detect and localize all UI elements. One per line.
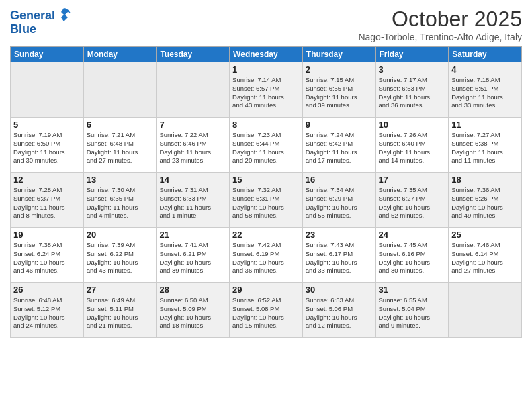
- day-info: Sunrise: 7:17 AMSunset: 6:53 PMDaylight:…: [379, 76, 446, 110]
- day-info: Sunrise: 7:28 AMSunset: 6:37 PMDaylight:…: [13, 186, 81, 220]
- table-row: 12Sunrise: 7:28 AMSunset: 6:37 PMDayligh…: [11, 173, 84, 228]
- day-info: Sunrise: 7:42 AMSunset: 6:19 PMDaylight:…: [232, 241, 300, 275]
- table-row: 18Sunrise: 7:36 AMSunset: 6:26 PMDayligh…: [449, 173, 522, 228]
- day-number: 21: [159, 230, 226, 240]
- day-info: Sunrise: 7:45 AMSunset: 6:16 PMDaylight:…: [379, 241, 446, 275]
- table-row: 31Sunrise: 6:55 AMSunset: 5:04 PMDayligh…: [375, 283, 449, 338]
- day-number: 16: [306, 175, 373, 185]
- table-row: 8Sunrise: 7:23 AMSunset: 6:44 PMDaylight…: [230, 118, 303, 173]
- day-number: 14: [159, 175, 226, 185]
- table-row: 19Sunrise: 7:38 AMSunset: 6:24 PMDayligh…: [11, 228, 84, 283]
- day-number: 13: [87, 175, 154, 185]
- day-number: 9: [306, 120, 373, 130]
- table-row: 25Sunrise: 7:46 AMSunset: 6:14 PMDayligh…: [449, 228, 522, 283]
- calendar-week-row: 5Sunrise: 7:19 AMSunset: 6:50 PMDaylight…: [11, 118, 522, 173]
- day-info: Sunrise: 7:22 AMSunset: 6:46 PMDaylight:…: [159, 131, 226, 165]
- logo: General Blue: [10, 9, 72, 36]
- table-row: 15Sunrise: 7:32 AMSunset: 6:31 PMDayligh…: [230, 173, 303, 228]
- day-number: 26: [13, 285, 81, 295]
- table-row: 29Sunrise: 6:52 AMSunset: 5:08 PMDayligh…: [230, 283, 303, 338]
- day-info: Sunrise: 7:27 AMSunset: 6:38 PMDaylight:…: [451, 131, 519, 165]
- day-info: Sunrise: 6:48 AMSunset: 5:12 PMDaylight:…: [13, 296, 81, 330]
- col-sunday: Sunday: [11, 47, 84, 62]
- table-row: 23Sunrise: 7:43 AMSunset: 6:17 PMDayligh…: [302, 228, 375, 283]
- day-number: 28: [159, 285, 226, 295]
- day-number: 27: [87, 285, 154, 295]
- day-info: Sunrise: 7:14 AMSunset: 6:57 PMDaylight:…: [232, 76, 300, 110]
- day-number: 19: [13, 230, 81, 240]
- logo-text-blue: Blue: [10, 22, 36, 36]
- table-row: [11, 62, 84, 118]
- day-number: 7: [159, 120, 226, 130]
- calendar-week-row: 26Sunrise: 6:48 AMSunset: 5:12 PMDayligh…: [11, 283, 522, 338]
- page-container: General Blue October 2025 Nago-Torbole, …: [0, 0, 532, 411]
- day-info: Sunrise: 7:21 AMSunset: 6:48 PMDaylight:…: [87, 131, 154, 165]
- title-block: October 2025 Nago-Torbole, Trentino-Alto…: [358, 7, 522, 42]
- col-saturday: Saturday: [449, 47, 522, 62]
- day-number: 18: [451, 175, 519, 185]
- day-number: 25: [451, 230, 519, 240]
- table-row: 7Sunrise: 7:22 AMSunset: 6:46 PMDaylight…: [157, 118, 230, 173]
- day-info: Sunrise: 6:52 AMSunset: 5:08 PMDaylight:…: [232, 296, 300, 330]
- day-number: 6: [87, 120, 154, 130]
- day-number: 22: [232, 230, 300, 240]
- table-row: 14Sunrise: 7:31 AMSunset: 6:33 PMDayligh…: [157, 173, 230, 228]
- day-number: 3: [379, 64, 446, 75]
- day-number: 10: [379, 120, 446, 130]
- day-info: Sunrise: 7:31 AMSunset: 6:33 PMDaylight:…: [159, 186, 226, 220]
- calendar-table: Sunday Monday Tuesday Wednesday Thursday…: [10, 46, 522, 338]
- day-info: Sunrise: 6:49 AMSunset: 5:11 PMDaylight:…: [87, 296, 154, 330]
- day-number: 31: [379, 285, 446, 295]
- logo-icon: [56, 7, 72, 23]
- day-info: Sunrise: 7:32 AMSunset: 6:31 PMDaylight:…: [232, 186, 300, 220]
- day-number: 29: [232, 285, 300, 295]
- day-number: 17: [379, 175, 446, 185]
- col-friday: Friday: [375, 47, 449, 62]
- day-info: Sunrise: 7:36 AMSunset: 6:26 PMDaylight:…: [451, 186, 519, 220]
- table-row: 21Sunrise: 7:41 AMSunset: 6:21 PMDayligh…: [157, 228, 230, 283]
- table-row: 30Sunrise: 6:53 AMSunset: 5:06 PMDayligh…: [302, 283, 375, 338]
- day-info: Sunrise: 7:18 AMSunset: 6:51 PMDaylight:…: [451, 76, 519, 110]
- table-row: [157, 62, 230, 118]
- day-number: 11: [451, 120, 519, 130]
- table-row: 17Sunrise: 7:35 AMSunset: 6:27 PMDayligh…: [375, 173, 449, 228]
- day-info: Sunrise: 7:23 AMSunset: 6:44 PMDaylight:…: [232, 131, 300, 165]
- calendar-header-row: Sunday Monday Tuesday Wednesday Thursday…: [11, 47, 522, 62]
- col-thursday: Thursday: [302, 47, 375, 62]
- day-info: Sunrise: 7:19 AMSunset: 6:50 PMDaylight:…: [13, 131, 81, 165]
- logo-text: General: [10, 9, 55, 23]
- table-row: [449, 283, 522, 338]
- table-row: 3Sunrise: 7:17 AMSunset: 6:53 PMDaylight…: [375, 62, 449, 118]
- table-row: [83, 62, 157, 118]
- page-header: General Blue October 2025 Nago-Torbole, …: [10, 7, 522, 42]
- table-row: 6Sunrise: 7:21 AMSunset: 6:48 PMDaylight…: [83, 118, 157, 173]
- day-number: 12: [13, 175, 81, 185]
- calendar-week-row: 19Sunrise: 7:38 AMSunset: 6:24 PMDayligh…: [11, 228, 522, 283]
- location-title: Nago-Torbole, Trentino-Alto Adige, Italy: [358, 32, 522, 42]
- day-number: 24: [379, 230, 446, 240]
- day-info: Sunrise: 7:34 AMSunset: 6:29 PMDaylight:…: [306, 186, 373, 220]
- day-info: Sunrise: 7:43 AMSunset: 6:17 PMDaylight:…: [306, 241, 373, 275]
- table-row: 1Sunrise: 7:14 AMSunset: 6:57 PMDaylight…: [230, 62, 303, 118]
- day-info: Sunrise: 7:30 AMSunset: 6:35 PMDaylight:…: [87, 186, 154, 220]
- day-info: Sunrise: 7:15 AMSunset: 6:55 PMDaylight:…: [306, 76, 373, 110]
- table-row: 22Sunrise: 7:42 AMSunset: 6:19 PMDayligh…: [230, 228, 303, 283]
- day-number: 2: [306, 64, 373, 75]
- day-info: Sunrise: 6:53 AMSunset: 5:06 PMDaylight:…: [306, 296, 373, 330]
- col-wednesday: Wednesday: [230, 47, 303, 62]
- day-info: Sunrise: 7:24 AMSunset: 6:42 PMDaylight:…: [306, 131, 373, 165]
- day-number: 15: [232, 175, 300, 185]
- day-number: 20: [87, 230, 154, 240]
- day-number: 1: [232, 64, 300, 75]
- calendar-week-row: 1Sunrise: 7:14 AMSunset: 6:57 PMDaylight…: [11, 62, 522, 118]
- table-row: 4Sunrise: 7:18 AMSunset: 6:51 PMDaylight…: [449, 62, 522, 118]
- day-info: Sunrise: 6:50 AMSunset: 5:09 PMDaylight:…: [159, 296, 226, 330]
- day-number: 5: [13, 120, 81, 130]
- table-row: 5Sunrise: 7:19 AMSunset: 6:50 PMDaylight…: [11, 118, 84, 173]
- day-info: Sunrise: 7:41 AMSunset: 6:21 PMDaylight:…: [159, 241, 226, 275]
- day-info: Sunrise: 6:55 AMSunset: 5:04 PMDaylight:…: [379, 296, 446, 330]
- table-row: 11Sunrise: 7:27 AMSunset: 6:38 PMDayligh…: [449, 118, 522, 173]
- day-info: Sunrise: 7:46 AMSunset: 6:14 PMDaylight:…: [451, 241, 519, 275]
- day-info: Sunrise: 7:38 AMSunset: 6:24 PMDaylight:…: [13, 241, 81, 275]
- day-info: Sunrise: 7:39 AMSunset: 6:22 PMDaylight:…: [87, 241, 154, 275]
